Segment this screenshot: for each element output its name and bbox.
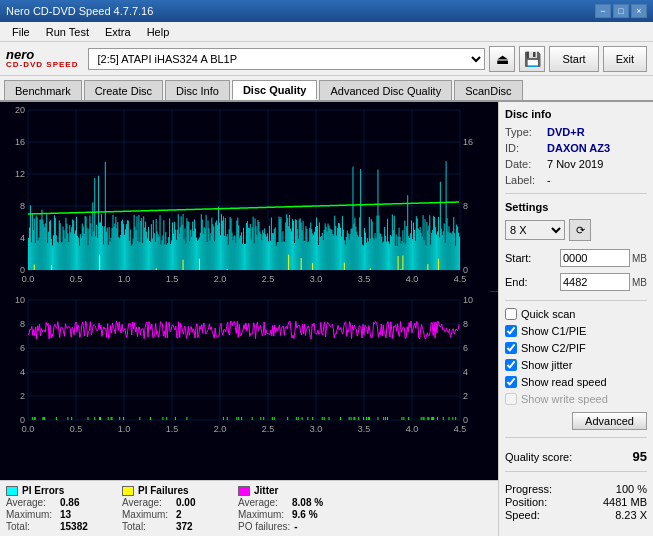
progress-row: Progress: 100 % bbox=[505, 483, 647, 495]
pi-errors-max-value: 13 bbox=[60, 509, 71, 520]
menu-bar: File Run Test Extra Help bbox=[0, 22, 653, 42]
show-c2-pif-row: Show C2/PIF bbox=[505, 342, 647, 354]
maximize-button[interactable]: □ bbox=[613, 4, 629, 18]
quick-scan-checkbox[interactable] bbox=[505, 308, 517, 320]
pi-errors-total-value: 15382 bbox=[60, 521, 88, 532]
jitter-color bbox=[238, 486, 250, 496]
end-label: End: bbox=[505, 276, 528, 288]
chart-bottom bbox=[0, 292, 498, 481]
disc-id-label: ID: bbox=[505, 142, 543, 154]
start-unit: MB bbox=[632, 253, 647, 264]
stats-bar: PI Errors Average: 0.86 Maximum: 13 Tota… bbox=[0, 480, 498, 536]
jitter-max-value: 9.6 % bbox=[292, 509, 318, 520]
quality-score-label: Quality score: bbox=[505, 451, 572, 463]
refresh-icon[interactable]: ⟳ bbox=[569, 219, 591, 241]
show-c1-pie-row: Show C1/PIE bbox=[505, 325, 647, 337]
divider-2 bbox=[505, 300, 647, 301]
position-label: Position: bbox=[505, 496, 547, 508]
disc-info-title: Disc info bbox=[505, 108, 647, 120]
tabs: Benchmark Create Disc Disc Info Disc Qua… bbox=[0, 76, 653, 102]
menu-file[interactable]: File bbox=[4, 25, 38, 39]
pi-errors-max-label: Maximum: bbox=[6, 509, 56, 520]
title-bar-title: Nero CD-DVD Speed 4.7.7.16 bbox=[6, 5, 153, 17]
disc-label-label: Label: bbox=[505, 174, 543, 186]
menu-run-test[interactable]: Run Test bbox=[38, 25, 97, 39]
chart-area: PI Errors Average: 0.86 Maximum: 13 Tota… bbox=[0, 102, 498, 536]
show-read-speed-row: Show read speed bbox=[505, 376, 647, 388]
progress-label: Progress: bbox=[505, 483, 552, 495]
end-unit: MB bbox=[632, 277, 647, 288]
jitter-po-label: PO failures: bbox=[238, 521, 290, 532]
disc-label-value: - bbox=[547, 174, 551, 186]
disc-type-value: DVD+R bbox=[547, 126, 585, 138]
pi-failures-total-value: 372 bbox=[176, 521, 193, 532]
menu-extra[interactable]: Extra bbox=[97, 25, 139, 39]
jitter-avg-value: 8.08 % bbox=[292, 497, 323, 508]
pi-errors-avg-value: 0.86 bbox=[60, 497, 79, 508]
start-label: Start: bbox=[505, 252, 531, 264]
disc-date-value: 7 Nov 2019 bbox=[547, 158, 603, 170]
show-c1-pie-checkbox[interactable] bbox=[505, 325, 517, 337]
quality-score-value: 95 bbox=[633, 449, 647, 464]
position-value: 4481 MB bbox=[603, 496, 647, 508]
device-select[interactable]: [2:5] ATAPI iHAS324 A BL1P bbox=[88, 48, 485, 70]
show-read-speed-checkbox[interactable] bbox=[505, 376, 517, 388]
speed-value: 8.23 X bbox=[615, 509, 647, 521]
show-c2-pif-label: Show C2/PIF bbox=[521, 342, 586, 354]
tab-benchmark[interactable]: Benchmark bbox=[4, 80, 82, 100]
tab-disc-quality[interactable]: Disc Quality bbox=[232, 80, 318, 100]
pi-errors-total-label: Total: bbox=[6, 521, 56, 532]
pi-failures-label: PI Failures bbox=[138, 485, 189, 496]
nero-logo: nero CD-DVD SPEED bbox=[6, 48, 78, 69]
show-write-speed-checkbox bbox=[505, 393, 517, 405]
title-bar: Nero CD-DVD Speed 4.7.7.16 − □ × bbox=[0, 0, 653, 22]
tab-scandisc[interactable]: ScanDisc bbox=[454, 80, 522, 100]
progress-value: 100 % bbox=[616, 483, 647, 495]
show-jitter-label: Show jitter bbox=[521, 359, 572, 371]
pi-failures-avg-value: 0.00 bbox=[176, 497, 195, 508]
tab-advanced-disc-quality[interactable]: Advanced Disc Quality bbox=[319, 80, 452, 100]
quick-scan-row: Quick scan bbox=[505, 308, 647, 320]
divider-3 bbox=[505, 437, 647, 438]
close-button[interactable]: × bbox=[631, 4, 647, 18]
jitter-stats: Jitter Average: 8.08 % Maximum: 9.6 % PO… bbox=[238, 485, 338, 532]
show-read-speed-label: Show read speed bbox=[521, 376, 607, 388]
end-input[interactable] bbox=[560, 273, 630, 291]
minimize-button[interactable]: − bbox=[595, 4, 611, 18]
quality-score-row: Quality score: 95 bbox=[505, 449, 647, 464]
advanced-button[interactable]: Advanced bbox=[572, 412, 647, 430]
divider-1 bbox=[505, 193, 647, 194]
tab-disc-info[interactable]: Disc Info bbox=[165, 80, 230, 100]
show-jitter-row: Show jitter bbox=[505, 359, 647, 371]
exit-button[interactable]: Exit bbox=[603, 46, 647, 72]
chart-top bbox=[0, 102, 498, 292]
disc-id-value: DAXON AZ3 bbox=[547, 142, 610, 154]
pi-failures-total-label: Total: bbox=[122, 521, 172, 532]
save-icon[interactable]: 💾 bbox=[519, 46, 545, 72]
disc-label-row: Label: - bbox=[505, 174, 647, 186]
jitter-avg-label: Average: bbox=[238, 497, 288, 508]
show-jitter-checkbox[interactable] bbox=[505, 359, 517, 371]
speed-row-progress: Speed: 8.23 X bbox=[505, 509, 647, 521]
toolbar: nero CD-DVD SPEED [2:5] ATAPI iHAS324 A … bbox=[0, 42, 653, 76]
pi-failures-color bbox=[122, 486, 134, 496]
right-panel: Disc info Type: DVD+R ID: DAXON AZ3 Date… bbox=[498, 102, 653, 536]
pi-errors-color bbox=[6, 486, 18, 496]
pi-failures-avg-label: Average: bbox=[122, 497, 172, 508]
speed-row: 4 X8 X12 X16 X ⟳ bbox=[505, 219, 647, 241]
menu-help[interactable]: Help bbox=[139, 25, 178, 39]
pi-errors-avg-label: Average: bbox=[6, 497, 56, 508]
quick-scan-label: Quick scan bbox=[521, 308, 575, 320]
tab-create-disc[interactable]: Create Disc bbox=[84, 80, 163, 100]
show-c2-pif-checkbox[interactable] bbox=[505, 342, 517, 354]
main-content: PI Errors Average: 0.86 Maximum: 13 Tota… bbox=[0, 102, 653, 536]
start-button[interactable]: Start bbox=[549, 46, 598, 72]
pi-errors-stats: PI Errors Average: 0.86 Maximum: 13 Tota… bbox=[6, 485, 106, 532]
jitter-po-value: - bbox=[294, 521, 297, 532]
start-input[interactable] bbox=[560, 249, 630, 267]
eject-icon[interactable]: ⏏ bbox=[489, 46, 515, 72]
speed-select[interactable]: 4 X8 X12 X16 X bbox=[505, 220, 565, 240]
show-c1-pie-label: Show C1/PIE bbox=[521, 325, 586, 337]
end-field-row: End: MB bbox=[505, 273, 647, 291]
progress-section: Progress: 100 % Position: 4481 MB Speed:… bbox=[505, 483, 647, 522]
